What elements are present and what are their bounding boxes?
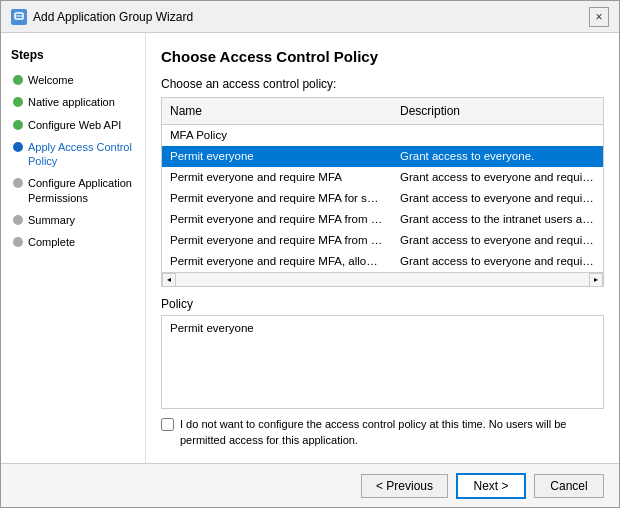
no-policy-checkbox-row: I do not want to configure the access co…: [161, 417, 604, 448]
cell-desc: Grant access to the intranet users and r…: [392, 212, 603, 226]
dialog: Add Application Group Wizard × Steps Wel…: [0, 0, 620, 508]
sidebar-label-summary: Summary: [28, 213, 75, 227]
scroll-left-arrow[interactable]: ◂: [162, 273, 176, 287]
table-row[interactable]: Permit everyone and require MFA from una…: [162, 230, 603, 251]
policy-text-box: Permit everyone: [161, 315, 604, 409]
sidebar-item-access-control[interactable]: Apply Access Control Policy: [11, 139, 135, 170]
sidebar-label-complete: Complete: [28, 235, 75, 249]
cell-desc: Grant access to everyone and require MFA…: [392, 233, 603, 247]
sidebar-item-app-permissions[interactable]: Configure Application Permissions: [11, 175, 135, 206]
scroll-header-spacer: [587, 102, 603, 120]
sidebar-label-webapi: Configure Web API: [28, 118, 121, 132]
sidebar: Steps Welcome Native application Configu…: [1, 33, 146, 463]
table-header: Name Description: [162, 98, 603, 125]
step-dot-complete: [13, 237, 23, 247]
footer: < Previous Next > Cancel: [1, 463, 619, 507]
steps-title: Steps: [11, 48, 135, 62]
table-row[interactable]: Permit everyone and require MFA for spec…: [162, 188, 603, 209]
sidebar-label-access-control: Apply Access Control Policy: [28, 140, 133, 169]
sidebar-item-summary[interactable]: Summary: [11, 212, 135, 228]
wizard-icon: [11, 9, 27, 25]
table-row[interactable]: MFA Policy: [162, 125, 603, 146]
sidebar-item-native[interactable]: Native application: [11, 94, 135, 110]
cell-name: Permit everyone: [162, 149, 392, 163]
sidebar-label-app-permissions: Configure Application Permissions: [28, 176, 133, 205]
cell-desc: Grant access to everyone and require MFA…: [392, 254, 603, 268]
policy-section: Policy Permit everyone: [161, 297, 604, 409]
section-label: Choose an access control policy:: [161, 77, 604, 91]
cell-name: Permit everyone and require MFA from ext…: [162, 212, 392, 226]
no-policy-checkbox[interactable]: [161, 418, 174, 431]
step-dot-webapi: [13, 120, 23, 130]
close-button[interactable]: ×: [589, 7, 609, 27]
sidebar-label-native: Native application: [28, 95, 115, 109]
next-button[interactable]: Next >: [456, 473, 526, 499]
sidebar-item-welcome[interactable]: Welcome: [11, 72, 135, 88]
table-body[interactable]: MFA Policy Permit everyone Grant access …: [162, 125, 603, 272]
cell-desc: Grant access to everyone and require MFA…: [392, 191, 603, 205]
scroll-right-arrow[interactable]: ▸: [589, 273, 603, 287]
cancel-button[interactable]: Cancel: [534, 474, 604, 498]
main-content: Choose Access Control Policy Choose an a…: [146, 33, 619, 463]
page-title: Choose Access Control Policy: [161, 48, 604, 65]
table-row[interactable]: Permit everyone Grant access to everyone…: [162, 146, 603, 167]
column-header-name: Name: [162, 102, 392, 120]
cell-name: Permit everyone and require MFA: [162, 170, 392, 184]
column-header-description: Description: [392, 102, 587, 120]
dialog-title: Add Application Group Wizard: [33, 10, 193, 24]
step-dot-access-control: [13, 142, 23, 152]
cell-name: MFA Policy: [162, 128, 392, 142]
cell-desc: Grant access to everyone and require MFA…: [392, 170, 603, 184]
sidebar-item-webapi[interactable]: Configure Web API: [11, 117, 135, 133]
step-dot-app-permissions: [13, 178, 23, 188]
previous-button[interactable]: < Previous: [361, 474, 448, 498]
step-dot-summary: [13, 215, 23, 225]
cell-name: Permit everyone and require MFA from una…: [162, 233, 392, 247]
table-row[interactable]: Permit everyone and require MFA, allow a…: [162, 251, 603, 272]
title-bar: Add Application Group Wizard ×: [1, 1, 619, 33]
step-dot-native: [13, 97, 23, 107]
title-bar-left: Add Application Group Wizard: [11, 9, 193, 25]
cell-name: Permit everyone and require MFA, allow a…: [162, 254, 392, 268]
table-row[interactable]: Permit everyone and require MFA Grant ac…: [162, 167, 603, 188]
sidebar-label-welcome: Welcome: [28, 73, 74, 87]
cell-desc: [392, 128, 603, 142]
policy-label: Policy: [161, 297, 604, 311]
horizontal-scrollbar[interactable]: ◂ ▸: [162, 272, 603, 286]
policy-table: Name Description MFA Policy Permit every…: [161, 97, 604, 287]
cell-desc: Grant access to everyone.: [392, 149, 603, 163]
step-dot-welcome: [13, 75, 23, 85]
no-policy-label: I do not want to configure the access co…: [180, 417, 604, 448]
scroll-track[interactable]: [176, 273, 589, 287]
table-row[interactable]: Permit everyone and require MFA from ext…: [162, 209, 603, 230]
cell-name: Permit everyone and require MFA for spec…: [162, 191, 392, 205]
sidebar-item-complete[interactable]: Complete: [11, 234, 135, 250]
content-area: Steps Welcome Native application Configu…: [1, 33, 619, 463]
